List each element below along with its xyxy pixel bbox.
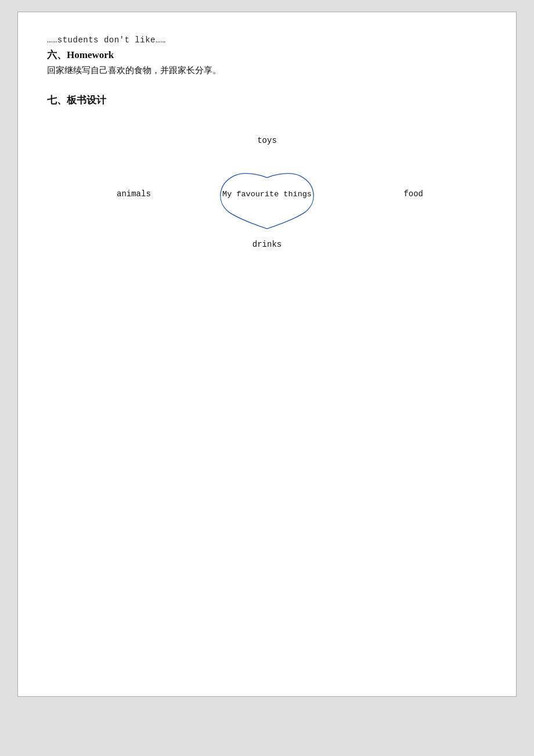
centre-label: My favourite things: [222, 190, 312, 199]
students-line: ……students don't like……: [47, 35, 487, 45]
board-heading: 七、板书设计: [47, 93, 487, 107]
word-food: food: [403, 189, 423, 199]
page-container: ……students don't like…… 六、Homework 回家继续写…: [17, 12, 517, 697]
homework-heading: 六、Homework: [47, 48, 487, 62]
homework-desc: 回家继续写自己喜欢的食物，并跟家长分享。: [47, 65, 487, 76]
word-animals: animals: [117, 189, 151, 199]
word-drinks: drinks: [252, 240, 282, 249]
board-design: toys animals My favourite things food dr…: [47, 130, 487, 258]
word-toys: toys: [257, 136, 277, 145]
